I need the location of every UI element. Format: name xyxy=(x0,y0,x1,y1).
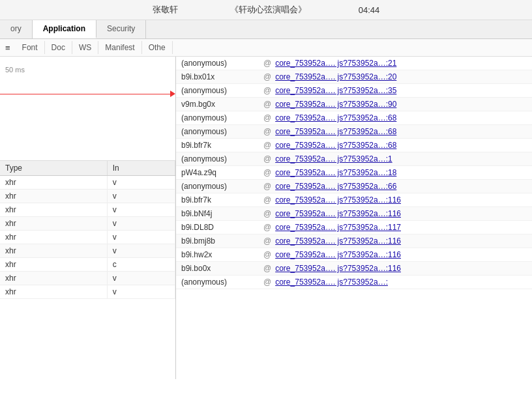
call-link[interactable]: core_753952a…. js?753952a…:116 xyxy=(275,209,401,218)
call-name: b9i.bfr7k xyxy=(181,141,259,150)
call-row: v9m.bg0x @ core_753952a…. js?753952a…:90 xyxy=(176,98,532,111)
call-at: @ xyxy=(263,141,271,150)
call-link[interactable]: core_753952a…. js?753952a…:68 xyxy=(275,113,396,122)
tab-application[interactable]: Application xyxy=(33,20,96,38)
tab-security[interactable]: Security xyxy=(96,20,146,38)
call-link[interactable]: core_753952a…. js?753952a…:116 xyxy=(275,264,401,273)
filter-icon[interactable]: ≡ xyxy=(0,42,16,54)
call-at: @ xyxy=(263,154,271,163)
call-name: (anonymous) xyxy=(181,113,259,122)
col-initiator: In xyxy=(107,161,175,176)
call-link[interactable]: core_753952a…. js?753952a…:116 xyxy=(275,250,401,259)
call-name: b9i.bx01x xyxy=(181,72,259,81)
call-row: (anonymous) @ core_753952a…. js?753952a…… xyxy=(176,180,532,193)
table-row[interactable]: xhr v xyxy=(0,231,175,244)
table-area: Type In xhr v xhr v xhr v xhr v xhr v xh… xyxy=(0,161,175,379)
call-name: (anonymous) xyxy=(181,127,259,136)
filter-manifest[interactable]: Manifest xyxy=(98,41,141,54)
artist-name: 张敬轩 xyxy=(153,4,178,16)
timeline-area: 50 ms xyxy=(0,57,175,161)
call-name: (anonymous) xyxy=(181,277,259,287)
call-link[interactable]: core_753952a…. js?753952a…:116 xyxy=(275,236,401,246)
call-at: @ xyxy=(263,223,271,232)
call-link[interactable]: core_753952a…. js?753952a…:68 xyxy=(275,141,396,150)
cell-type: xhr xyxy=(0,231,107,244)
call-name: b9i.bmj8b xyxy=(181,236,259,246)
filter-ws[interactable]: WS xyxy=(72,41,98,54)
call-at: @ xyxy=(263,168,271,177)
call-row: (anonymous) @ core_753952a…. js?753952a…… xyxy=(176,152,532,166)
call-row: b9i.bNf4j @ core_753952a…. js?753952a…:1… xyxy=(176,207,532,221)
table-row[interactable]: xhr v xyxy=(0,272,175,285)
call-at: @ xyxy=(263,182,271,191)
call-row: b9i.bmj8b @ core_753952a…. js?753952a…:1… xyxy=(176,235,532,248)
call-row: (anonymous) @ core_753952a…. js?753952a…… xyxy=(176,125,532,139)
call-row: (anonymous) @ core_753952a…. js?753952a…… xyxy=(176,84,532,98)
call-name: (anonymous) xyxy=(181,154,259,163)
call-name: (anonymous) xyxy=(181,182,259,191)
cell-url: v xyxy=(107,272,175,285)
cell-url: v xyxy=(107,176,175,190)
cell-type: xhr xyxy=(0,190,107,203)
call-at: @ xyxy=(263,72,271,81)
call-name: b9i.bfr7k xyxy=(181,195,259,205)
call-at: @ xyxy=(263,59,271,68)
cell-type: xhr xyxy=(0,176,107,190)
filter-doc[interactable]: Doc xyxy=(45,41,72,54)
call-link[interactable]: core_753952a…. js?753952a…:117 xyxy=(275,223,401,232)
call-link[interactable]: core_753952a…. js?753952a…:66 xyxy=(275,182,396,191)
call-at: @ xyxy=(263,236,271,246)
call-link[interactable]: core_753952a…. js?753952a…:20 xyxy=(275,72,396,81)
cell-type: xhr xyxy=(0,272,107,285)
call-link[interactable]: core_753952a…. js?753952a…:116 xyxy=(275,195,401,205)
call-name: pW4a.z9q xyxy=(181,168,259,177)
call-link[interactable]: core_753952a…. js?753952a…:1 xyxy=(275,154,392,163)
call-at: @ xyxy=(263,100,271,109)
call-name: b9i.hw2x xyxy=(181,250,259,259)
filter-other[interactable]: Othe xyxy=(142,41,173,54)
call-link[interactable]: core_753952a…. js?753952a…:90 xyxy=(275,100,396,109)
call-link[interactable]: core_753952a…. js?753952a…:18 xyxy=(275,168,396,177)
call-link[interactable]: core_753952a…. js?753952a…:35 xyxy=(275,86,396,95)
arrow-head xyxy=(170,91,175,97)
timeline-arrow xyxy=(0,91,175,97)
call-row: b9i.hw2x @ core_753952a…. js?753952a…:11… xyxy=(176,248,532,262)
top-bar: 张敬轩 《轩动心弦演唱会》 04:44 xyxy=(0,0,532,20)
cell-url: v xyxy=(107,285,175,299)
call-stack-panel: (anonymous) @ core_753952a…. js?753952a…… xyxy=(176,57,532,379)
requests-table: Type In xhr v xhr v xhr v xhr v xhr v xh… xyxy=(0,161,175,299)
call-link[interactable]: core_753952a…. js?753952a…:68 xyxy=(275,127,396,136)
table-row[interactable]: xhr v xyxy=(0,176,175,190)
call-row: b9i.bfr7k @ core_753952a…. js?753952a…:1… xyxy=(176,193,532,207)
table-row[interactable]: xhr c xyxy=(0,258,175,272)
call-row: b9i.bx01x @ core_753952a…. js?753952a…:2… xyxy=(176,70,532,84)
table-row[interactable]: xhr v xyxy=(0,285,175,299)
timeline-label: 50 ms xyxy=(5,66,25,74)
call-row: b9i.bo0x @ core_753952a…. js?753952a…:11… xyxy=(176,262,532,276)
cell-url: v xyxy=(107,231,175,244)
cell-type: xhr xyxy=(0,217,107,231)
cell-url: v xyxy=(107,217,175,231)
cell-type: xhr xyxy=(0,258,107,272)
call-link[interactable]: core_753952a…. js?753952a…:21 xyxy=(275,59,396,68)
table-row[interactable]: xhr v xyxy=(0,217,175,231)
concert-title: 《轩动心弦演唱会》 xyxy=(230,4,306,16)
call-name: (anonymous) xyxy=(181,86,259,95)
call-name: b9i.bo0x xyxy=(181,264,259,273)
cell-url: v xyxy=(107,244,175,258)
call-row: (anonymous) @ core_753952a…. js?753952a…… xyxy=(176,111,532,125)
call-at: @ xyxy=(263,86,271,95)
cell-url: v xyxy=(107,203,175,217)
filter-font[interactable]: Font xyxy=(16,41,45,54)
call-at: @ xyxy=(263,264,271,273)
tab-ory[interactable]: ory xyxy=(0,20,33,38)
call-name: b9i.DL8D xyxy=(181,223,259,232)
call-at: @ xyxy=(263,209,271,218)
cell-type: xhr xyxy=(0,285,107,299)
table-row[interactable]: xhr v xyxy=(0,190,175,203)
cell-url: c xyxy=(107,258,175,272)
table-row[interactable]: xhr v xyxy=(0,203,175,217)
call-row: b9i.DL8D @ core_753952a…. js?753952a…:11… xyxy=(176,221,532,235)
call-link[interactable]: core_753952a…. js?753952a…: xyxy=(275,277,388,287)
table-row[interactable]: xhr v xyxy=(0,244,175,258)
